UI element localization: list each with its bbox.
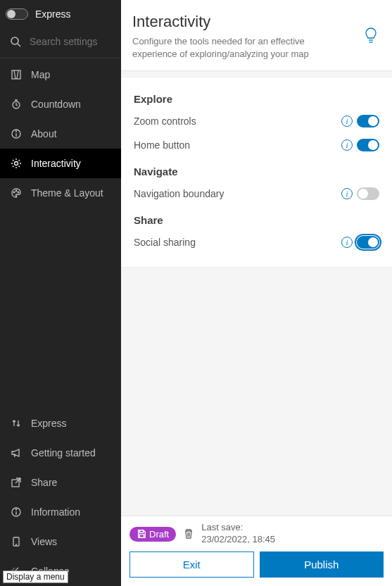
- publish-button[interactable]: Publish: [260, 551, 384, 578]
- home-button-toggle[interactable]: [357, 139, 379, 151]
- social-sharing-toggle[interactable]: [357, 236, 379, 249]
- setting-label: Zoom controls: [134, 116, 196, 127]
- sidebar: Express Map Countdown About: [0, 0, 121, 586]
- sidebar-item-label: Theme & Layout: [31, 187, 103, 199]
- sidebar-bottom-getting-started[interactable]: Getting started: [0, 438, 121, 468]
- express-label: Express: [35, 8, 71, 20]
- sidebar-item-about[interactable]: About: [0, 119, 121, 149]
- sidebar-item-countdown[interactable]: Countdown: [0, 89, 121, 119]
- svg-point-6: [16, 131, 17, 132]
- sidebar-item-label: Countdown: [31, 99, 81, 110]
- search-input[interactable]: [30, 36, 111, 47]
- sidebar-bottom-information[interactable]: Information: [0, 497, 121, 527]
- setting-label: Navigation boundary: [134, 188, 224, 199]
- setting-label: Home button: [134, 139, 190, 151]
- megaphone-icon: [10, 447, 23, 459]
- updown-icon: [10, 417, 23, 430]
- footer: Draft Last save: 23/02/2022, 18:45 Exit …: [121, 516, 392, 586]
- svg-point-10: [18, 192, 19, 193]
- svg-line-1: [18, 44, 20, 46]
- map-icon: [10, 68, 23, 81]
- sidebar-item-label: Express: [31, 418, 67, 429]
- sidebar-item-label: About: [31, 128, 57, 139]
- sidebar-item-label: Getting started: [31, 447, 96, 459]
- express-mode-row: Express: [0, 0, 121, 27]
- clock-icon: [10, 98, 23, 111]
- gear-icon: [10, 157, 23, 170]
- express-toggle[interactable]: [6, 8, 28, 20]
- page-title: Interactivity: [132, 13, 343, 31]
- sidebar-bottom-views[interactable]: Views: [0, 527, 121, 556]
- setting-navigation-boundary: Navigation boundary i: [134, 182, 379, 206]
- save-icon: [137, 529, 146, 539]
- setting-label: Social sharing: [134, 237, 196, 248]
- sidebar-item-map[interactable]: Map: [0, 60, 121, 89]
- device-icon: [10, 535, 23, 548]
- setting-zoom-controls: Zoom controls i: [134, 109, 379, 133]
- sidebar-top: Express Map Countdown About: [0, 0, 121, 208]
- sidebar-bottom-share[interactable]: Share: [0, 468, 121, 497]
- main-panel: Interactivity Configure the tools needed…: [121, 0, 392, 586]
- setting-home-button: Home button i: [134, 133, 379, 157]
- draft-label: Draft: [149, 529, 169, 540]
- sidebar-item-label: Map: [31, 69, 50, 80]
- sidebar-bottom-express[interactable]: Express: [0, 409, 121, 438]
- info-icon[interactable]: i: [341, 139, 353, 151]
- info-icon[interactable]: i: [341, 116, 353, 127]
- svg-rect-2: [12, 70, 20, 79]
- sidebar-bottom: Express Getting started Share Informatio…: [0, 409, 121, 586]
- sidebar-item-label: Interactivity: [31, 158, 81, 169]
- svg-point-8: [13, 192, 15, 193]
- sidebar-item-label: Share: [31, 477, 57, 488]
- svg-point-0: [11, 37, 18, 44]
- tips-icon[interactable]: [364, 27, 378, 45]
- search-icon: [10, 35, 21, 48]
- svg-point-14: [16, 509, 17, 510]
- info-icon: [10, 506, 23, 518]
- palette-icon: [10, 187, 23, 199]
- section-navigate-title: Navigate: [134, 157, 379, 182]
- main-body: Explore Zoom controls i Home button i Na…: [121, 71, 392, 516]
- svg-point-9: [15, 190, 17, 192]
- sidebar-item-interactivity[interactable]: Interactivity: [0, 149, 121, 178]
- settings-card: Explore Zoom controls i Home button i Na…: [121, 77, 392, 268]
- last-save-label: Last save:: [201, 522, 275, 534]
- status-tooltip: Display a menu: [3, 571, 68, 583]
- page-subtitle: Configure the tools needed for an effect…: [132, 35, 343, 61]
- info-icon[interactable]: i: [341, 237, 353, 248]
- exit-button[interactable]: Exit: [129, 551, 254, 578]
- share-icon: [10, 476, 23, 489]
- sidebar-item-label: Information: [31, 506, 80, 518]
- main-header: Interactivity Configure the tools needed…: [121, 0, 392, 71]
- search-settings[interactable]: [0, 27, 121, 56]
- section-explore-title: Explore: [134, 85, 379, 109]
- delete-button[interactable]: [183, 528, 194, 540]
- last-save-info: Last save: 23/02/2022, 18:45: [201, 522, 275, 546]
- svg-point-7: [15, 162, 18, 166]
- sidebar-item-label: Views: [31, 536, 57, 547]
- section-share-title: Share: [134, 206, 379, 230]
- sidebar-item-theme-layout[interactable]: Theme & Layout: [0, 178, 121, 208]
- draft-badge: Draft: [129, 527, 176, 542]
- info-icon: [10, 127, 23, 140]
- setting-social-sharing: Social sharing i: [134, 230, 379, 254]
- zoom-controls-toggle[interactable]: [357, 115, 379, 127]
- info-icon[interactable]: i: [341, 188, 353, 199]
- last-save-value: 23/02/2022, 18:45: [201, 534, 275, 546]
- navigation-boundary-toggle[interactable]: [357, 187, 379, 200]
